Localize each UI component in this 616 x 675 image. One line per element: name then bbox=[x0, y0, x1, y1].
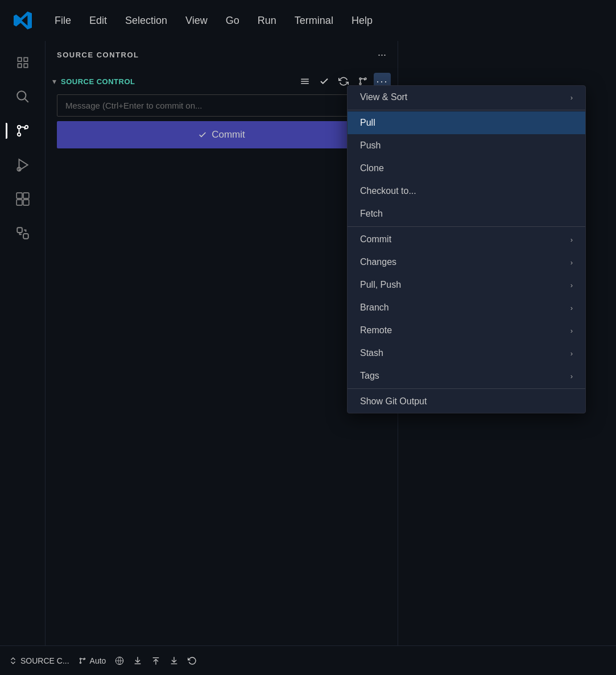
svg-point-2 bbox=[17, 126, 20, 129]
source-control-sidebar: SOURCE CONTROL ··· ▾ SOURCE CONTROL bbox=[46, 41, 398, 645]
titlebar-menu: File Edit Selection View Go Run Terminal… bbox=[55, 15, 373, 27]
menu-terminal[interactable]: Terminal bbox=[295, 15, 333, 27]
svg-point-14 bbox=[359, 83, 361, 85]
menu-go[interactable]: Go bbox=[226, 15, 239, 27]
dropdown-item-view-sort[interactable]: View & Sort › bbox=[348, 86, 585, 109]
svg-rect-9 bbox=[16, 200, 22, 205]
commit-message-wrapper bbox=[57, 94, 386, 117]
svg-line-1 bbox=[24, 99, 28, 102]
statusbar-sync-target[interactable] bbox=[115, 656, 124, 665]
svg-point-17 bbox=[80, 662, 81, 663]
sidebar-item-search[interactable] bbox=[8, 82, 38, 111]
dropdown-separator-2 bbox=[348, 226, 585, 227]
svg-point-16 bbox=[80, 658, 81, 659]
dropdown-item-pull[interactable]: Pull bbox=[348, 111, 585, 134]
dropdown-item-clone[interactable]: Clone bbox=[348, 157, 585, 180]
context-dropdown-menu: View & Sort › Pull Push Clone Checkout t… bbox=[347, 85, 586, 413]
chevron-right-icon-tags: › bbox=[570, 372, 573, 380]
dropdown-separator-1 bbox=[348, 110, 585, 110]
svg-point-4 bbox=[24, 126, 27, 129]
svg-point-3 bbox=[17, 133, 20, 136]
svg-rect-11 bbox=[17, 227, 22, 233]
activity-bar bbox=[0, 41, 46, 645]
sc-section-title: SOURCE CONTROL bbox=[61, 77, 135, 86]
sidebar-item-extensions[interactable] bbox=[8, 184, 38, 214]
statusbar-branch-label: Auto bbox=[90, 656, 106, 665]
sidebar-title: SOURCE CONTROL bbox=[57, 51, 139, 59]
dropdown-item-push[interactable]: Push bbox=[348, 134, 585, 157]
chevron-right-icon-branch: › bbox=[570, 304, 573, 312]
sidebar-item-source-control[interactable] bbox=[8, 116, 38, 146]
statusbar-source-control-label: SOURCE C... bbox=[20, 656, 69, 665]
sidebar-header-actions: ··· bbox=[378, 49, 386, 61]
sidebar-item-explorer[interactable] bbox=[8, 48, 38, 77]
statusbar-fetch-outgoing[interactable] bbox=[151, 656, 160, 665]
sidebar-more-options[interactable]: ··· bbox=[378, 49, 386, 61]
dropdown-separator-3 bbox=[348, 388, 585, 389]
statusbar-branch[interactable]: Auto bbox=[78, 656, 106, 665]
sidebar-item-remote[interactable] bbox=[8, 218, 38, 248]
statusbar-push-pull[interactable] bbox=[169, 656, 179, 665]
statusbar-fetch-incoming[interactable] bbox=[133, 656, 142, 665]
statusbar: SOURCE C... Auto bbox=[0, 645, 616, 675]
menu-file[interactable]: File bbox=[55, 15, 71, 27]
dropdown-item-changes[interactable]: Changes › bbox=[348, 251, 585, 274]
svg-rect-7 bbox=[16, 193, 22, 198]
chevron-right-icon-stash: › bbox=[570, 349, 573, 358]
svg-point-13 bbox=[359, 78, 361, 80]
sidebar-header: SOURCE CONTROL ··· bbox=[46, 41, 398, 68]
menu-selection[interactable]: Selection bbox=[125, 15, 167, 27]
svg-rect-10 bbox=[23, 200, 29, 205]
menu-edit[interactable]: Edit bbox=[89, 15, 107, 27]
svg-point-0 bbox=[17, 91, 26, 100]
statusbar-refresh[interactable] bbox=[188, 656, 197, 665]
sc-section-header: ▾ SOURCE CONTROL bbox=[52, 73, 391, 90]
chevron-right-icon: › bbox=[570, 93, 573, 102]
chevron-right-icon-changes: › bbox=[570, 258, 573, 267]
sidebar-item-run-debug[interactable] bbox=[8, 150, 38, 180]
dropdown-item-stash[interactable]: Stash › bbox=[348, 342, 585, 365]
chevron-right-icon-commit: › bbox=[570, 235, 573, 244]
dropdown-item-commit[interactable]: Commit › bbox=[348, 228, 585, 251]
chevron-right-icon-remote: › bbox=[570, 326, 573, 335]
sc-commit-all-button[interactable] bbox=[316, 73, 333, 90]
dropdown-item-show-git-output[interactable]: Show Git Output bbox=[348, 390, 585, 413]
sc-section: ▾ SOURCE CONTROL bbox=[46, 68, 398, 158]
vscode-logo bbox=[11, 9, 34, 32]
statusbar-source-control[interactable]: SOURCE C... bbox=[9, 656, 69, 665]
titlebar: File Edit Selection View Go Run Terminal… bbox=[0, 0, 616, 41]
menu-help[interactable]: Help bbox=[352, 15, 373, 27]
dropdown-item-pull-push[interactable]: Pull, Push › bbox=[348, 274, 585, 296]
dropdown-item-tags[interactable]: Tags › bbox=[348, 365, 585, 387]
svg-rect-8 bbox=[23, 193, 29, 198]
svg-rect-12 bbox=[23, 234, 28, 239]
dropdown-item-fetch[interactable]: Fetch bbox=[348, 202, 585, 225]
sc-list-button[interactable] bbox=[296, 73, 313, 90]
commit-button[interactable]: Commit bbox=[57, 121, 386, 148]
menu-view[interactable]: View bbox=[185, 15, 208, 27]
menu-run[interactable]: Run bbox=[258, 15, 276, 27]
dropdown-item-branch[interactable]: Branch › bbox=[348, 296, 585, 319]
dropdown-item-remote[interactable]: Remote › bbox=[348, 319, 585, 342]
chevron-right-icon-pull-push: › bbox=[570, 281, 573, 289]
dropdown-item-checkout[interactable]: Checkout to... bbox=[348, 180, 585, 202]
commit-message-input[interactable] bbox=[57, 94, 386, 117]
svg-marker-5 bbox=[19, 159, 27, 171]
collapse-arrow[interactable]: ▾ bbox=[52, 77, 56, 86]
